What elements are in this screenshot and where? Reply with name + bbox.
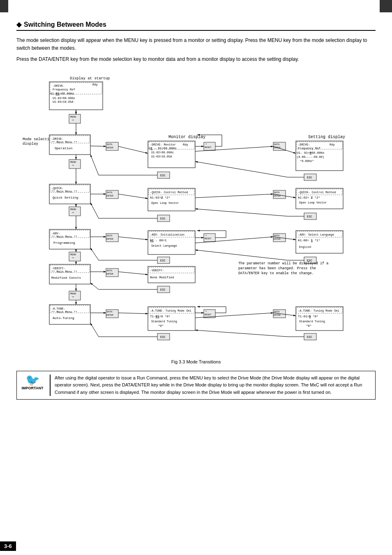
svg-line-202 — [118, 272, 148, 275]
svg-text:>: > — [205, 234, 207, 237]
svg-line-200 — [195, 250, 288, 260]
svg-line-184 — [90, 203, 99, 218]
svg-line-188 — [195, 209, 288, 216]
svg-text:-QUICK-: -QUICK- — [51, 187, 63, 190]
svg-text:DATA: DATA — [107, 191, 113, 194]
svg-text:English: English — [299, 245, 311, 249]
svg-text:RESET: RESET — [205, 237, 212, 240]
svg-text:** Main Menu **: ** Main Menu ** — [51, 190, 77, 193]
svg-text:RESET: RESET — [205, 313, 212, 316]
page-number: 3-6 — [0, 541, 16, 551]
svg-text:U1-01=60.00Hz: U1-01=60.00Hz — [50, 92, 74, 95]
svg-text:RESET: RESET — [205, 146, 212, 149]
important-label: IMPORTANT — [22, 386, 44, 390]
important-text: After using the digital operator to issu… — [50, 375, 372, 396]
svg-text:-DRIVE-: -DRIVE- — [53, 84, 65, 88]
svg-text:U1-02=60.00Hz: U1-02=60.00Hz — [53, 97, 75, 100]
svg-text:T1-01=0  *0*: T1-01=0 *0* — [298, 315, 318, 318]
svg-text:⇒: ⇒ — [72, 118, 74, 122]
svg-text:(0.00←----60.00): (0.00←----60.00) — [297, 155, 324, 159]
svg-line-208 — [90, 323, 99, 337]
svg-text:ENTER: ENTER — [274, 314, 281, 317]
svg-text:A1-02= 2 *2*: A1-02= 2 *2* — [298, 196, 320, 199]
svg-text:ESC: ESC — [160, 288, 166, 291]
svg-line-190 — [118, 237, 148, 240]
svg-text:-DRIVE-: -DRIVE- — [51, 137, 63, 141]
important-icon-container: 🐦 IMPORTANT — [20, 375, 45, 390]
svg-text:-QUICK- Control Method: -QUICK- Control Method — [298, 191, 336, 194]
svg-text:ESC: ESC — [160, 217, 166, 220]
svg-text:ENTER: ENTER — [106, 194, 113, 197]
svg-line-185 — [195, 194, 273, 198]
svg-text:ENTER: ENTER — [274, 238, 281, 240]
svg-text:DATA: DATA — [274, 143, 280, 146]
svg-text:ESC: ESC — [307, 176, 312, 179]
svg-text:U1 - 01=60.00Hz: U1 - 01=60.00Hz — [149, 147, 177, 150]
svg-text:⇒: ⇒ — [72, 163, 74, 167]
svg-text:-ADV-: -ADV- — [51, 232, 60, 235]
svg-text:Frequency Ref: Frequency Ref — [53, 88, 75, 91]
mode-transitions-diagram: Display at startup -DRIVE- Frequency Ref… — [16, 67, 378, 355]
svg-text:Standard Tuning: Standard Tuning — [299, 320, 325, 323]
svg-text:Open Loop Vector: Open Loop Vector — [299, 201, 327, 204]
svg-text:ESC: ESC — [160, 335, 166, 339]
svg-text:Rdy: Rdy — [183, 143, 188, 146]
svg-text:** Main Menu **: ** Main Menu ** — [51, 235, 77, 238]
svg-text:Rdy: Rdy — [92, 83, 98, 86]
svg-text:Quick Setting: Quick Setting — [53, 196, 78, 199]
svg-text:Standard Tuning: Standard Tuning — [151, 320, 177, 323]
svg-line-204 — [90, 283, 99, 289]
svg-text:parameter has been changed. Pr: parameter has been changed. Press the — [238, 266, 316, 271]
svg-text:ENTER: ENTER — [106, 146, 113, 149]
svg-line-182 — [118, 194, 148, 199]
important-box: 🐦 IMPORTANT After using the digital oper… — [16, 371, 376, 400]
svg-text:Operation: Operation — [55, 146, 72, 150]
svg-text:** Main Menu **: ** Main Menu ** — [51, 141, 77, 144]
svg-text:ENTER: ENTER — [106, 273, 113, 275]
svg-text:The parameter number will be d: The parameter number will be displayed i… — [238, 261, 328, 266]
svg-text:U1- 01=060.00Hz: U1- 01=060.00Hz — [297, 151, 325, 155]
svg-text:-VERIFY-: -VERIFY- — [150, 269, 164, 272]
svg-line-216 — [195, 330, 288, 337]
svg-text:*0.00Hz*: *0.00Hz* — [300, 160, 314, 163]
svg-text:Frequency Ref: Frequency Ref — [298, 147, 321, 150]
svg-text:T1-01=0  *0*: T1-01=0 *0* — [150, 315, 171, 318]
svg-text:Programming: Programming — [53, 241, 75, 245]
svg-text:DATA: DATA — [274, 310, 280, 313]
svg-line-206 — [118, 313, 148, 314]
svg-text:ENTER: ENTER — [106, 238, 113, 240]
svg-text:ESC: ESC — [160, 259, 166, 262]
svg-text:Modified Consts: Modified Consts — [51, 276, 81, 280]
svg-text:U1-03=10.05A: U1-03=10.05A — [53, 100, 74, 104]
svg-text:-QUICK- Control Method: -QUICK- Control Method — [150, 191, 188, 194]
svg-text:ESC: ESC — [160, 174, 166, 177]
section-title: ◆ Switching Between Modes — [16, 21, 376, 31]
svg-text:-A.TUNE- Tuning Mode Sel: -A.TUNE- Tuning Mode Sel — [298, 309, 339, 312]
important-bird-icon: 🐦 — [25, 375, 40, 386]
intro-paragraph1: The mode selection display will appear w… — [16, 37, 376, 52]
svg-text:DATA: DATA — [274, 234, 280, 237]
svg-text:-DRIVE-: -DRIVE- — [298, 143, 310, 146]
svg-text:Mode selection: Mode selection — [23, 137, 54, 141]
svg-text:DATA: DATA — [274, 191, 280, 194]
display-at-startup-label: Display at startup — [70, 76, 110, 81]
svg-text:display: display — [23, 142, 38, 146]
svg-text:-DRIVE-    Monitor: -DRIVE- Monitor — [150, 143, 176, 146]
svg-text:⇒: ⇒ — [72, 256, 74, 259]
svg-text:DATA: DATA — [107, 269, 113, 272]
svg-text:A1 - 00=1: A1 - 00=1 — [150, 239, 167, 242]
svg-text:A1-00= 1 *1*: A1-00= 1 *1* — [298, 239, 320, 242]
svg-text:DATA: DATA — [107, 143, 113, 146]
section-title-text: Switching Between Modes — [24, 21, 106, 28]
fig-caption: Fig 3.3 Mode Transitions — [16, 359, 376, 364]
intro-paragraph2: Press the DATA/ENTER key from the mode s… — [16, 56, 376, 63]
svg-text:⇒: ⇒ — [72, 295, 74, 298]
svg-text:>: > — [205, 143, 207, 146]
svg-text:U1-03=10.05A: U1-03=10.05A — [151, 155, 172, 158]
svg-text:-ADV- Initialization: -ADV- Initialization — [150, 233, 184, 236]
svg-text:None Modified: None Modified — [150, 276, 174, 279]
svg-line-180 — [195, 162, 288, 177]
svg-text:** Main Menu **: ** Main Menu ** — [51, 310, 77, 314]
svg-text:"0": "0" — [306, 324, 311, 328]
svg-text:"0": "0" — [158, 324, 164, 328]
